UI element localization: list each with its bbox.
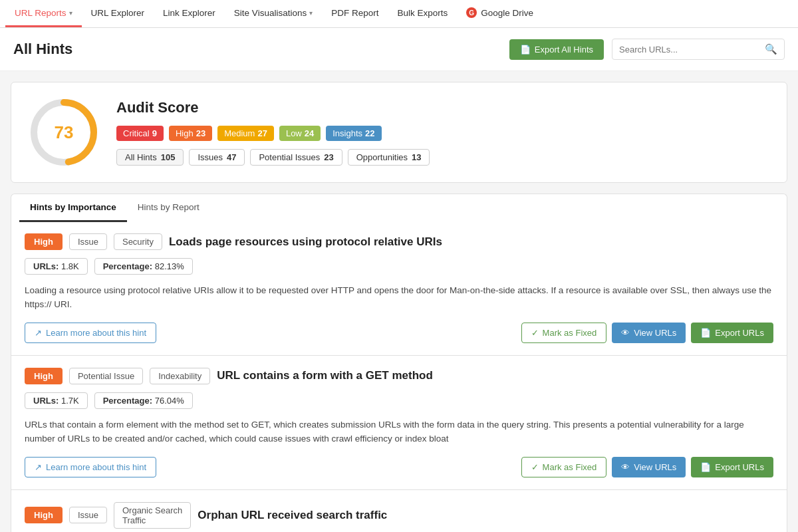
hint-1-urls-label: URLs:	[33, 261, 59, 271]
hint-3-header: High Issue Organic Search Traffic Orphan…	[25, 502, 773, 529]
pill-issues-label: Issues	[198, 152, 223, 162]
hint-2-actions: ✓ Mark as Fixed 👁 View URLs 📄 Export URL…	[521, 457, 773, 477]
hint-2-urls-label: URLs:	[33, 396, 59, 406]
filter-pills: All Hints 105 Issues 47 Potential Issues…	[116, 149, 771, 166]
tab-hints-by-report-label: Hints by Report	[138, 202, 200, 212]
pill-all-hints[interactable]: All Hints 105	[116, 149, 184, 166]
external-link-icon: ↗	[35, 328, 42, 338]
export-icon: 📄	[700, 328, 711, 338]
hint-2-view-urls-label: View URLs	[634, 462, 676, 472]
audit-score-value: 73	[55, 122, 74, 143]
badge-medium[interactable]: Medium 27	[217, 126, 274, 141]
external-link-icon: ↗	[35, 462, 42, 472]
top-navigation: URL Reports ▾ URL Explorer Link Explorer…	[0, 0, 798, 28]
hint-3-title: Orphan URL received search traffic	[198, 509, 387, 522]
tab-hints-by-importance-label: Hints by Importance	[30, 202, 116, 212]
pill-issues[interactable]: Issues 47	[189, 149, 245, 166]
badge-high-count: 23	[196, 128, 205, 138]
badge-insights[interactable]: Insights 22	[326, 126, 381, 141]
page-title: All Hints	[13, 41, 72, 58]
hint-1-severity: High	[25, 233, 63, 250]
hint-1-title: Loads page resources using protocol rela…	[169, 235, 442, 249]
hint-1-mark-fixed-label: Mark as Fixed	[543, 328, 597, 338]
hint-1-pct-value: 82.13%	[155, 261, 184, 271]
nav-item-link-explorer[interactable]: Link Explorer	[154, 0, 225, 27]
hint-2-mark-fixed-button[interactable]: ✓ Mark as Fixed	[521, 457, 607, 477]
hint-2-export-urls-label: Export URLs	[715, 462, 764, 472]
hint-2-category: Indexability	[150, 368, 210, 384]
hint-1-mark-fixed-button[interactable]: ✓ Mark as Fixed	[521, 323, 607, 343]
hint-2-header: High Potential Issue Indexability URL co…	[25, 368, 773, 384]
hint-1-footer: ↗ Learn more about this hint ✓ Mark as F…	[25, 323, 773, 343]
hint-card-2: High Potential Issue Indexability URL co…	[11, 356, 787, 490]
hint-2-severity: High	[25, 368, 63, 384]
nav-label-link-explorer: Link Explorer	[163, 8, 215, 18]
hint-2-urls: URLs: 1.7K	[25, 392, 88, 409]
nav-item-site-visualisations[interactable]: Site Visualisations ▾	[225, 0, 322, 27]
export-all-button[interactable]: 📄 Export All Hints	[509, 39, 604, 60]
hint-2-type: Potential Issue	[69, 368, 143, 384]
hint-1-actions: ✓ Mark as Fixed 👁 View URLs 📄 Export URL…	[521, 323, 773, 343]
checkmark-icon: ✓	[531, 462, 539, 472]
hint-2-pct-value: 76.04%	[155, 396, 184, 406]
nav-item-url-explorer[interactable]: URL Explorer	[82, 0, 154, 27]
pill-opportunities-count: 13	[412, 152, 421, 162]
hint-1-pct-label: Percentage:	[103, 261, 152, 271]
eye-icon: 👁	[621, 462, 630, 472]
hint-1-view-urls-button[interactable]: 👁 View URLs	[612, 323, 686, 343]
badge-critical[interactable]: Critical 9	[116, 126, 164, 141]
hint-2-learn-more-button[interactable]: ↗ Learn more about this hint	[25, 457, 156, 477]
nav-label-url-reports: URL Reports	[15, 8, 66, 18]
pill-potential-issues[interactable]: Potential Issues 23	[250, 149, 342, 166]
pill-all-hints-count: 105	[161, 152, 176, 162]
nav-label-pdf-report: PDF Report	[331, 8, 378, 18]
search-input[interactable]	[619, 45, 765, 55]
badge-medium-count: 27	[257, 128, 267, 138]
search-container: 🔍	[612, 39, 785, 60]
hint-1-urls: URLs: 1.8K	[25, 258, 88, 275]
audit-info: Audit Score Critical 9 High 23 Medium 27…	[116, 99, 771, 166]
export-all-label: Export All Hints	[535, 45, 593, 55]
tab-hints-by-report[interactable]: Hints by Report	[127, 194, 210, 222]
badge-medium-label: Medium	[224, 128, 255, 138]
nav-label-google-drive: Google Drive	[481, 8, 533, 18]
hint-2-percentage: Percentage: 76.04%	[94, 392, 193, 409]
hint-2-urls-value: 1.7K	[61, 396, 79, 406]
chevron-down-icon: ▾	[309, 9, 313, 17]
audit-score-donut: 73	[27, 96, 100, 169]
hint-2-export-urls-button[interactable]: 📄 Export URLs	[691, 457, 773, 477]
hint-1-export-urls-button[interactable]: 📄 Export URLs	[691, 323, 773, 343]
hint-3-category: Organic Search Traffic	[114, 502, 191, 529]
badge-high-label: High	[176, 128, 194, 138]
hint-1-type: Issue	[69, 233, 107, 250]
pill-opportunities[interactable]: Opportunities 13	[348, 149, 430, 166]
hint-card-1: High Issue Security Loads page resources…	[11, 221, 787, 356]
badge-critical-label: Critical	[123, 128, 150, 138]
nav-label-site-visualisations: Site Visualisations	[234, 8, 307, 18]
hint-1-category: Security	[114, 233, 162, 250]
badge-critical-count: 9	[152, 128, 157, 138]
badge-low[interactable]: Low 24	[279, 126, 321, 141]
hint-2-view-urls-button[interactable]: 👁 View URLs	[612, 457, 686, 477]
nav-item-google-drive[interactable]: G Google Drive	[457, 0, 543, 27]
nav-label-url-explorer: URL Explorer	[91, 8, 145, 18]
pill-potential-issues-count: 23	[324, 152, 333, 162]
tab-hints-by-importance[interactable]: Hints by Importance	[19, 194, 127, 222]
hint-2-stats: URLs: 1.7K Percentage: 76.04%	[25, 392, 773, 409]
severity-badges: Critical 9 High 23 Medium 27 Low 24 Insi…	[116, 126, 771, 141]
badge-high[interactable]: High 23	[169, 126, 212, 141]
nav-item-url-reports[interactable]: URL Reports ▾	[5, 0, 82, 27]
hint-1-percentage: Percentage: 82.13%	[94, 258, 193, 275]
hint-2-pct-label: Percentage:	[103, 396, 152, 406]
badge-insights-count: 22	[365, 128, 374, 138]
pill-all-hints-label: All Hints	[125, 152, 157, 162]
hint-1-learn-more-button[interactable]: ↗ Learn more about this hint	[25, 323, 156, 343]
hint-1-export-urls-label: Export URLs	[715, 328, 764, 338]
pill-opportunities-label: Opportunities	[356, 152, 408, 162]
nav-item-bulk-exports[interactable]: Bulk Exports	[388, 0, 457, 27]
search-icon[interactable]: 🔍	[765, 43, 777, 55]
hint-1-description: Loading a resource using protocol relati…	[25, 284, 773, 312]
badge-insights-label: Insights	[332, 128, 362, 138]
document-icon: 📄	[520, 45, 531, 55]
nav-item-pdf-report[interactable]: PDF Report	[322, 0, 388, 27]
